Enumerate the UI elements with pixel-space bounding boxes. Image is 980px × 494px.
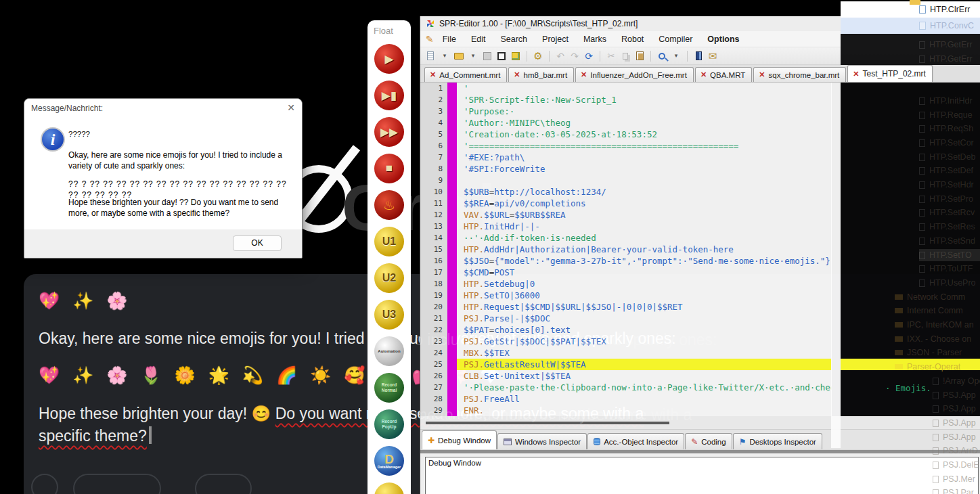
code-text[interactable]: VAV.$$URL=$$URB$$REA [457, 209, 832, 221]
save-as-icon[interactable] [497, 50, 506, 62]
code-line-16[interactable]: 16$$JSO={"model":·"gemma-3-27b-it",·"pro… [420, 255, 832, 267]
file-tab-test_htp_02.mrt[interactable]: ✕Test_HTP_02.mrt [847, 65, 933, 82]
breakpoint-gutter[interactable] [447, 255, 457, 267]
search-dropdown-icon[interactable]: ▾ [671, 50, 681, 62]
code-line-29[interactable]: 29ENR. [420, 405, 832, 416]
tab-coding[interactable]: ✎Coding [685, 433, 732, 449]
breakpoint-gutter[interactable] [447, 382, 457, 393]
stop-button[interactable]: ■ [374, 154, 404, 183]
breakpoint-gutter[interactable] [447, 313, 457, 324]
code-line-17[interactable]: 17$$CMD=POST [420, 267, 832, 278]
datamanager-button[interactable]: DDataManager [374, 446, 404, 476]
partial-button[interactable] [374, 482, 404, 494]
debug-output-box[interactable]: Debug Window [425, 457, 979, 494]
code-line-8[interactable]: 8'#SPI:ForceWrite [420, 163, 832, 175]
code-line-4[interactable]: 4'Author:·MINIPC\theog [420, 117, 832, 129]
code-line-15[interactable]: 15HTP.AddHdr|Authorization|Bearer·your-v… [420, 244, 832, 255]
code-text[interactable]: ··'·Add·if·token·is·needed [457, 232, 832, 244]
horizontal-scrollbar[interactable] [420, 416, 980, 429]
function-list-item-convc[interactable]: HTP.ConvC [841, 18, 980, 34]
tab-desktops-inspector[interactable]: ⚑Desktops Inspector [733, 433, 822, 449]
code-line-18[interactable]: 18HTP.Setdebug|0 [420, 278, 832, 290]
breakpoint-gutter[interactable] [447, 129, 457, 140]
code-text[interactable]: PSJ.FreeAll [457, 393, 832, 405]
code-text[interactable]: HTP.InitHdr|-|- [457, 221, 832, 232]
file-tab-qba.mrt[interactable]: ✕QBA.MRT [695, 67, 752, 82]
code-text[interactable]: PSJ.Parse|-|$$DOC [457, 313, 832, 324]
file-tab-influenzer_addon_free.mrt[interactable]: ✕Influenzer_AddOn_Free.mrt [575, 67, 694, 82]
file-tab-hm8_bar.mrt[interactable]: ✕hm8_bar.mrt [508, 67, 574, 82]
code-line-6[interactable]: 6'======================================… [420, 140, 832, 152]
close-tab-icon[interactable]: ✕ [581, 70, 587, 79]
menu-edit[interactable]: Edit [464, 32, 493, 46]
code-text[interactable]: CLB.Set·Unitext|$$TEA [457, 370, 832, 382]
menu-marks[interactable]: Marks [576, 32, 614, 46]
copy-icon[interactable] [621, 50, 630, 62]
close-tab-icon[interactable]: ✕ [430, 70, 436, 79]
mail-icon[interactable]: ✉ [708, 50, 717, 62]
code-line-13[interactable]: 13HTP.InitHdr|-|- [420, 221, 832, 232]
close-tab-icon[interactable]: ✕ [853, 70, 859, 78]
scrollbar-thumb[interactable] [426, 422, 669, 424]
code-editor-area[interactable]: 1'2'SPR·Script-file:·New·Script_13'Purpo… [420, 83, 832, 416]
redo-icon[interactable]: ↷ [570, 50, 579, 62]
play-button[interactable]: ▶ [374, 44, 404, 74]
code-text[interactable]: '·Please·paste·the·Clipboard·now·into·a·… [457, 382, 832, 393]
close-tab-icon[interactable]: ✕ [759, 70, 765, 79]
code-text[interactable]: $$URB=http://localhost:1234/ [457, 186, 832, 198]
search-icon[interactable] [657, 50, 667, 62]
menu-options[interactable]: Options [700, 32, 747, 46]
code-text[interactable]: $$REA=api/v0/completions [457, 198, 832, 209]
file-tab-ad_comment.mrt[interactable]: ✕Ad_Comment.mrt [424, 67, 507, 82]
breakpoint-gutter[interactable] [447, 175, 457, 186]
breakpoint-gutter[interactable] [447, 359, 457, 370]
code-text[interactable]: '#EXE:?path\ [457, 152, 832, 163]
code-line-19[interactable]: 19HTP.SetTO|36000 [420, 290, 832, 301]
close-tab-icon[interactable]: ✕ [514, 70, 520, 79]
menu-robot[interactable]: Robot [614, 32, 651, 46]
code-text[interactable]: 'Purpose:· [457, 106, 832, 117]
menu-compiler[interactable]: Compiler [651, 32, 700, 46]
code-text[interactable]: $$CMD=POST [457, 267, 832, 278]
breakpoint-gutter[interactable] [447, 140, 457, 152]
breakpoint-gutter[interactable] [447, 324, 457, 336]
new-file-dropdown-icon[interactable]: ▾ [440, 50, 449, 62]
breakpoint-gutter[interactable] [447, 393, 457, 405]
code-text[interactable]: HTP.AddHdr|Authorization|Bearer·your-val… [457, 244, 832, 255]
record-popup-button[interactable]: RecordPopUp [374, 409, 404, 439]
u2-button[interactable]: U2 [374, 263, 404, 293]
code-text[interactable]: $$JSO={"model":·"gemma-3-27b-it",·"promp… [457, 255, 832, 267]
close-tab-icon[interactable]: ✕ [700, 70, 707, 79]
code-line-14[interactable]: 14··'·Add·if·token·is·needed [420, 232, 832, 244]
code-line-11[interactable]: 11$$REA=api/v0/completions [420, 198, 832, 209]
breakpoint-gutter[interactable] [447, 94, 457, 106]
breakpoint-gutter[interactable] [447, 290, 457, 301]
code-line-10[interactable]: 10$$URB=http://localhost:1234/ [420, 186, 832, 198]
menu-search[interactable]: Search [493, 32, 535, 46]
file-tab-sqx_chrome_bar.mrt[interactable]: ✕sqx_chrome_bar.mrt [753, 67, 846, 82]
breakpoint-gutter[interactable] [447, 347, 457, 359]
breakpoint-gutter[interactable] [447, 117, 457, 129]
code-line-12[interactable]: 12VAV.$$URL=$$URB$$REA [420, 209, 832, 221]
breakpoint-gutter[interactable] [447, 232, 457, 244]
code-text[interactable]: $$PAT=choices[0].text [457, 324, 832, 336]
code-text[interactable]: '#SPI:ForceWrite [457, 163, 832, 175]
code-text[interactable]: '=======================================… [457, 140, 832, 152]
fast-forward-button[interactable]: ▶▶ [374, 117, 404, 147]
breakpoint-gutter[interactable] [447, 370, 457, 382]
code-line-1[interactable]: 1' [420, 83, 832, 94]
new-file-icon[interactable] [426, 50, 435, 62]
record-normal-button[interactable]: RecordNormal [374, 373, 404, 403]
code-line-22[interactable]: 22$$PAT=choices[0].text [420, 324, 832, 336]
editor-vertical-scrollbar[interactable] [831, 83, 841, 448]
code-line-23[interactable]: 23PSJ.GetStr|$$DOC|$$PAT|$$TEX [420, 336, 832, 347]
code-text[interactable]: HTP.Request|$$CMD|$$URL|$$JSO|-|0|0|0|$$… [457, 301, 832, 313]
code-line-20[interactable]: 20HTP.Request|$$CMD|$$URL|$$JSO|-|0|0|0|… [420, 301, 832, 313]
u1-button[interactable]: U1 [374, 227, 404, 256]
code-text[interactable]: ENR. [457, 405, 832, 416]
code-line-28[interactable]: 28PSJ.FreeAll [420, 393, 832, 405]
open-file-icon[interactable] [454, 50, 464, 62]
code-text[interactable]: HTP.SetTO|36000 [457, 290, 832, 301]
ok-button[interactable]: OK [233, 235, 282, 251]
breakpoint-gutter[interactable] [447, 209, 457, 221]
